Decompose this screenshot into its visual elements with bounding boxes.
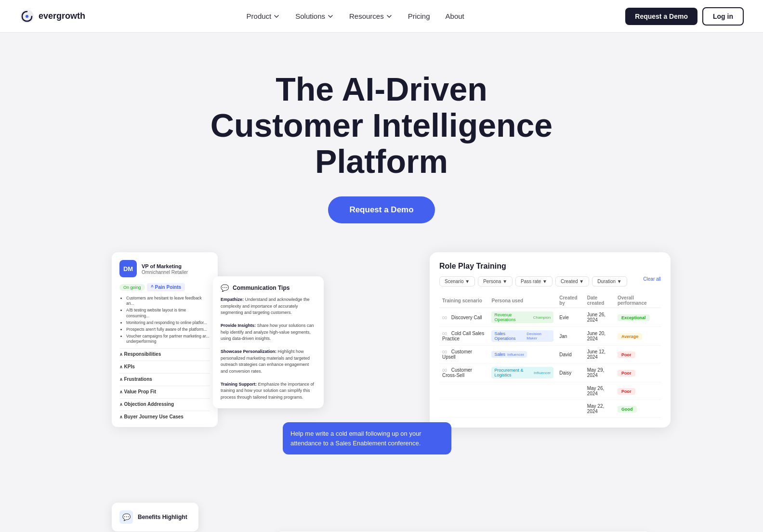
nav-about-label: About <box>446 12 464 20</box>
date-created: June 20, 2024 <box>587 331 605 341</box>
nav-links: Product Solutions Resources Pricing Abou… <box>240 8 471 24</box>
nav-pricing-label: Pricing <box>408 12 430 20</box>
persona-chip: Sales OperationsDecision Maker <box>491 330 553 342</box>
performance-badge: Exceptional <box>618 314 650 321</box>
roleplay-table: Training scenario Persona used Created b… <box>439 293 661 418</box>
persona-subtitle: Omnichannel Retailer <box>142 270 188 275</box>
logo-text: evergrowth <box>39 11 85 21</box>
chat-bubble: Help me write a cold email following up … <box>283 422 451 454</box>
filter-passrate[interactable]: Pass rate ▼ <box>515 276 553 286</box>
chevron-down-icon <box>386 13 393 20</box>
filter-scenario[interactable]: Scenario ▼ <box>439 276 475 286</box>
nav-item-product[interactable]: Product <box>240 8 287 24</box>
nav-product-label: Product <box>247 12 272 20</box>
roleplay-title: Role Play Training <box>439 262 661 271</box>
product-showcase: DM VP of Marketing Omnichannel Retailer … <box>92 252 671 493</box>
nav-item-pricing[interactable]: Pricing <box>401 8 437 24</box>
list-item: Monitoring and responding to online plat… <box>126 320 210 325</box>
persona-section-value[interactable]: Value Prop Fit <box>119 386 210 394</box>
persona-section-kpis[interactable]: KPIs <box>119 361 210 369</box>
creator-name: Evie <box>559 315 568 320</box>
performance-badge: Poor <box>618 351 635 358</box>
persona-card: DM VP of Marketing Omnichannel Retailer … <box>112 252 218 427</box>
persona-section-objection[interactable]: Objection Addressing <box>119 398 210 407</box>
table-row[interactable]: 00 Customer Upsell SalesInfluencer David… <box>439 346 661 363</box>
creator-name: David <box>559 352 572 357</box>
communication-tips-card: 💬 Communication Tips Empathize: Understa… <box>213 276 324 408</box>
col-created-by: Created by <box>556 293 584 308</box>
nav-item-about[interactable]: About <box>439 8 471 24</box>
date-created: June 12, 2024 <box>587 349 605 360</box>
col-persona: Persona used <box>488 293 556 308</box>
pain-points-label: ^ Pain Points <box>147 283 185 291</box>
list-item: Prospects aren't fully aware of the plat… <box>126 327 210 332</box>
table-row[interactable]: May 22, 2024 Good <box>439 400 661 418</box>
persona-chip: Revenue OperationsChampion <box>491 311 553 323</box>
persona-status-badge: On going <box>119 284 145 291</box>
persona-section-responsibilities[interactable]: Responsibilities <box>119 348 210 357</box>
benefits-highlight-card: 💬 Benefits Highlight <box>112 503 198 532</box>
persona-avatar: DM <box>119 260 137 277</box>
col-performance: Overall performance <box>615 293 661 308</box>
date-created: May 22, 2024 <box>587 403 605 414</box>
svg-point-1 <box>26 15 28 18</box>
table-row[interactable]: May 26, 2024 Poor <box>439 382 661 400</box>
col-scenario: Training scenario <box>439 293 488 308</box>
date-created: May 29, 2024 <box>587 367 605 378</box>
tips-title: Communication Tips <box>233 285 289 291</box>
creator-name: Daisy <box>559 370 571 376</box>
persona-section-buyer[interactable]: Buyer Journey Use Cases <box>119 411 210 419</box>
table-row[interactable]: 00 Cold Call Sales Practice Sales Operat… <box>439 327 661 346</box>
nav-item-resources[interactable]: Resources <box>342 8 399 24</box>
filter-clear[interactable]: Clear all <box>643 276 661 286</box>
chevron-down-icon <box>273 13 280 20</box>
tips-icon: 💬 <box>221 284 229 292</box>
hero-demo-button[interactable]: Request a Demo <box>328 196 434 223</box>
filter-persona[interactable]: Persona ▼ <box>478 276 513 286</box>
date-created: June 26, 2024 <box>587 312 605 323</box>
nav-login-button[interactable]: Log in <box>702 7 744 26</box>
tips-content: Empathize: Understand and acknowledge th… <box>221 297 316 401</box>
persona-chip: SalesInfluencer <box>491 351 527 358</box>
creator-name: Jan <box>559 334 567 339</box>
nav-item-solutions[interactable]: Solutions <box>289 8 341 24</box>
nav-actions: Request a Demo Log in <box>625 7 744 26</box>
table-row[interactable]: 00 Customer Cross-Sell Procurement & Log… <box>439 363 661 382</box>
nav-solutions-label: Solutions <box>295 12 325 20</box>
roleplay-filters: Scenario ▼ Persona ▼ Pass rate ▼ Created… <box>439 276 661 286</box>
persona-section-frustrations[interactable]: Frustrations <box>119 373 210 382</box>
performance-badge: Poor <box>618 370 635 376</box>
persona-title: VP of Marketing <box>142 263 188 270</box>
performance-badge: Average <box>618 333 642 340</box>
filter-duration[interactable]: Duration ▼ <box>592 276 627 286</box>
col-date: Date created <box>584 293 615 308</box>
hero-heading: The AI-Driven Customer Intelligence Plat… <box>189 71 574 179</box>
filter-created[interactable]: Created ▼ <box>555 276 589 286</box>
hero-section: The AI-Driven Customer Intelligence Plat… <box>0 33 763 252</box>
nav-demo-button[interactable]: Request a Demo <box>625 8 697 25</box>
scenario-name: Cold Call Sales Practice <box>442 331 484 341</box>
table-row[interactable]: 00 Discovery Call Revenue OperationsCham… <box>439 308 661 327</box>
performance-badge: Good <box>618 406 637 413</box>
list-item: Customers are hesitant to leave feedback… <box>126 296 210 306</box>
roleplay-card: Role Play Training Scenario ▼ Persona ▼ … <box>430 252 671 428</box>
list-item: A/B testing website layout is time consu… <box>126 308 210 318</box>
performance-badge: Poor <box>618 388 635 395</box>
nav-resources-label: Resources <box>349 12 384 20</box>
benefits-icon: 💬 <box>119 510 133 524</box>
scenario-name: Discovery Call <box>451 315 482 320</box>
logo[interactable]: evergrowth <box>19 9 85 24</box>
navigation: evergrowth Product Solutions Resources P… <box>0 0 763 33</box>
list-item: Voucher campaigns for partner marketing … <box>126 334 210 344</box>
date-created: May 26, 2024 <box>587 386 605 396</box>
persona-chip: Procurement & LogisticsInfluencer <box>491 367 553 378</box>
chevron-down-icon <box>327 13 334 20</box>
benefits-label: Benefits Highlight <box>138 514 187 521</box>
pain-points-list: Customers are hesitant to leave feedback… <box>119 296 210 344</box>
